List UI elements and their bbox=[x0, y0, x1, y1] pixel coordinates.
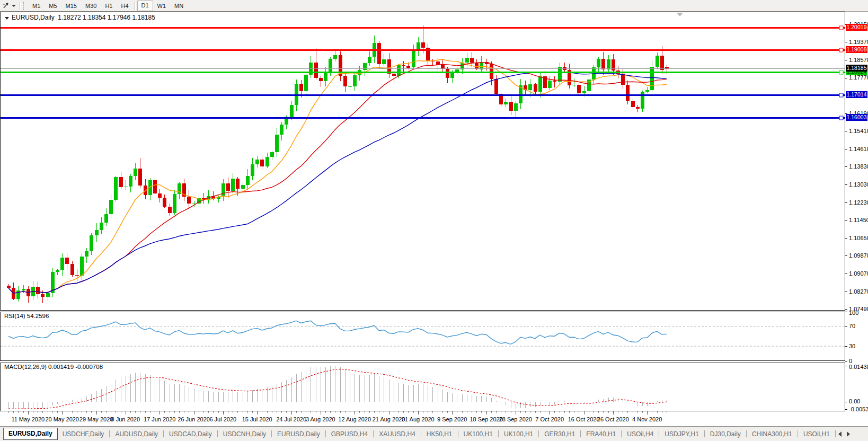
cursor-tool-icon[interactable] bbox=[0, 1, 12, 11]
date-label: 28 Sep 2020 bbox=[499, 416, 532, 422]
tab-separator bbox=[798, 430, 798, 437]
price-chart-panel[interactable] bbox=[0, 12, 845, 311]
tab-separator bbox=[421, 430, 421, 437]
tab-separator bbox=[704, 430, 705, 437]
date-label: 20 May 2020 bbox=[45, 416, 79, 422]
tab-separator bbox=[373, 430, 374, 437]
tab-dj30-daily[interactable]: DJ30,Daily bbox=[705, 429, 746, 439]
timeframe-button-h1[interactable]: H1 bbox=[101, 1, 117, 11]
tab-separator bbox=[109, 430, 110, 437]
tab-separator bbox=[325, 430, 326, 437]
tab-separator bbox=[580, 430, 581, 437]
price-tick-label: 1.19370 bbox=[849, 39, 868, 45]
price-tick-label: 1.10650 bbox=[849, 235, 868, 241]
date-label: 12 Aug 2020 bbox=[338, 416, 371, 422]
tab-usdcad-daily[interactable]: USDCAD,Daily bbox=[164, 429, 217, 439]
tab-usdcnh-daily[interactable]: USDCNH,Daily bbox=[218, 429, 271, 439]
timeframe-button-m15[interactable]: M15 bbox=[61, 1, 81, 11]
tab-scroll-left-icon[interactable] bbox=[838, 431, 842, 437]
timeframe-button-m5[interactable]: M5 bbox=[45, 1, 61, 11]
chart-symbol: EURUSD,Daily bbox=[12, 14, 55, 21]
tool-dropdown-icon[interactable] bbox=[12, 5, 16, 7]
tab-hk50-h1[interactable]: HK50,H1 bbox=[422, 429, 457, 439]
tab-separator bbox=[835, 430, 836, 437]
date-label: 11 May 2020 bbox=[11, 416, 45, 422]
price-tick-label: 1.13830 bbox=[849, 163, 868, 170]
chart-shift-marker-icon[interactable] bbox=[677, 13, 683, 16]
tab-usoil-h1[interactable]: USOil,H1 bbox=[799, 429, 835, 439]
toolbar-grip[interactable] bbox=[23, 2, 26, 10]
price-tick-label: 1.13030 bbox=[849, 181, 868, 188]
macd-panel[interactable] bbox=[0, 363, 845, 411]
date-label: 26 Jun 2020 bbox=[178, 416, 210, 422]
tab-separator bbox=[659, 430, 659, 437]
tab-separator bbox=[163, 430, 164, 437]
price-tick-label: 1.08270 bbox=[849, 288, 868, 295]
tab-uk100-h1[interactable]: UK100,H1 bbox=[499, 429, 538, 439]
macd-label: MACD(12,26,9) 0.001419 -0.000708 bbox=[4, 364, 103, 370]
chart-ohlc: 1.18272 1.18354 1.17946 1.18185 bbox=[58, 14, 155, 21]
timeframe-buttons: M1M5M15M30H1H4D1W1MN bbox=[28, 1, 188, 11]
date-label: 24 Jul 2020 bbox=[276, 416, 306, 422]
price-tick-label: 1.11450 bbox=[849, 217, 868, 223]
rsi-value: 54.2596 bbox=[27, 313, 49, 319]
toolbar-separator bbox=[20, 2, 21, 10]
date-label: 4 Nov 2020 bbox=[632, 416, 662, 422]
tab-separator bbox=[217, 430, 218, 437]
level-tag-1.17014: 1.17014 bbox=[846, 91, 867, 98]
chart-tabs: EURUSD,DailyUSDCHF,DailyAUDUSD,DailyUSDC… bbox=[3, 428, 836, 440]
tab-ger30-h1[interactable]: GER30,H1 bbox=[539, 429, 580, 439]
tab-scroll-controls bbox=[838, 431, 850, 437]
tab-scroll-right-icon[interactable] bbox=[847, 431, 850, 437]
date-label: 18 Sep 2020 bbox=[470, 416, 502, 422]
rsi-tick-label: 70 bbox=[849, 323, 855, 329]
rsi-panel[interactable] bbox=[0, 312, 845, 361]
tab-separator bbox=[621, 430, 622, 437]
timeframe-button-m30[interactable]: M30 bbox=[81, 1, 101, 11]
price-tick-label: 1.18570 bbox=[849, 57, 868, 63]
tab-usdchf-daily[interactable]: USDCHF,Daily bbox=[58, 429, 109, 439]
timeframe-button-h4[interactable]: H4 bbox=[117, 1, 132, 11]
tab-separator bbox=[498, 430, 499, 437]
tab-xauusd-h4[interactable]: XAUUSD,H4 bbox=[374, 429, 420, 439]
tab-usoil-h4[interactable]: USOil,H4 bbox=[622, 429, 658, 439]
title-caret-icon[interactable] bbox=[5, 17, 9, 20]
rsi-tick-label: 100 bbox=[849, 310, 858, 316]
level-tag-1.18024: 1.18024 bbox=[846, 68, 867, 75]
date-label: 8 Jun 2020 bbox=[111, 416, 140, 422]
tab-uk100-h1[interactable]: UK100,H1 bbox=[459, 429, 498, 439]
rsi-label: RSI(14) 54.2596 bbox=[4, 313, 49, 319]
date-label: 16 Oct 2020 bbox=[568, 416, 600, 422]
chart-title: EURUSD,Daily 1.18272 1.18354 1.17946 1.1… bbox=[5, 14, 155, 21]
chart-tab-bar: EURUSD,DailyUSDCHF,DailyAUDUSD,DailyUSDC… bbox=[0, 426, 868, 441]
level-tag-1.20019: 1.20019 bbox=[846, 24, 867, 31]
timeframe-button-d1[interactable]: D1 bbox=[137, 1, 153, 11]
macd-values: 0.001419 -0.000708 bbox=[48, 364, 103, 370]
level-tag-1.16003: 1.16003 bbox=[846, 114, 867, 121]
tab-eurusd-daily[interactable]: EURUSD,Daily bbox=[3, 428, 58, 440]
tab-separator bbox=[271, 430, 272, 437]
price-tick-label: 1.07490 bbox=[849, 306, 868, 312]
tab-usdjpy-h1[interactable]: USDJPY,H1 bbox=[660, 429, 703, 439]
price-tick-label: 1.17770 bbox=[849, 74, 868, 81]
price-tick-label: 1.14610 bbox=[849, 146, 868, 152]
tab-audusd-daily[interactable]: AUDUSD,Daily bbox=[110, 429, 163, 439]
date-label: 15 Jul 2020 bbox=[242, 416, 272, 422]
tab-china300-h1[interactable]: CHINA300,H1 bbox=[747, 429, 797, 439]
macd-min-label: -0.005396 bbox=[849, 406, 868, 412]
tab-gbpusd-h4[interactable]: GBPUSD,H4 bbox=[326, 429, 373, 439]
timeframe-toolbar: M1M5M15M30H1H4D1W1MN bbox=[0, 0, 868, 12]
macd-name: MACD(12,26,9) bbox=[4, 364, 47, 370]
macd-max-label: 0.014384 bbox=[849, 364, 868, 370]
rsi-tick-label: 30 bbox=[849, 343, 855, 349]
price-tick-label: 1.12230 bbox=[849, 199, 868, 206]
date-label: 7 Oct 2020 bbox=[535, 416, 564, 422]
timeframe-button-mn[interactable]: MN bbox=[170, 1, 188, 11]
timeframe-button-m1[interactable]: M1 bbox=[28, 1, 45, 11]
price-tick-label: 1.15410 bbox=[849, 128, 868, 134]
tab-fra40-h1[interactable]: FRA40,H1 bbox=[581, 429, 621, 439]
tab-eurusd-daily[interactable]: EURUSD,Daily bbox=[272, 429, 325, 439]
tab-separator bbox=[458, 430, 458, 437]
date-label: 6 Jul 2020 bbox=[209, 416, 236, 422]
timeframe-button-w1[interactable]: W1 bbox=[153, 1, 171, 11]
